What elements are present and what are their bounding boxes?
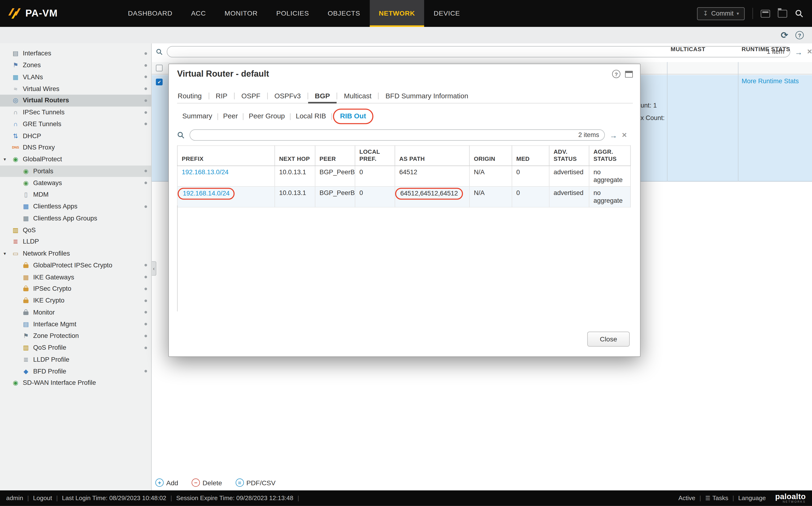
sidebar-item-label: Portals <box>33 168 53 175</box>
modal-subtab-peer[interactable]: Peer <box>218 110 243 123</box>
sidebar-item-vlans[interactable]: ▦VLANs <box>0 71 151 83</box>
config-save-icon[interactable] <box>761 10 770 17</box>
modal-tab-rip[interactable]: RIP <box>209 88 234 103</box>
config-load-icon[interactable] <box>778 10 787 17</box>
sidebar-item-monitor[interactable]: Monitor <box>0 307 151 318</box>
col-header-local-pref[interactable]: LOCAL PREF. <box>355 146 395 166</box>
more-runtime-stats-link[interactable]: More Runtime Stats <box>742 78 799 85</box>
help-icon[interactable]: ? <box>796 31 804 39</box>
modal-tab-bfd-summary-information[interactable]: BFD Summary Information <box>379 88 475 103</box>
pdf-csv-button[interactable]: ≡PDF/CSV <box>235 479 276 487</box>
sidebar-collapse-handle[interactable]: ‹ <box>152 261 156 276</box>
help-icon[interactable]: ? <box>612 70 620 78</box>
sidebar-item-label: QoS <box>23 226 36 234</box>
close-button[interactable]: Close <box>587 332 630 347</box>
col-header-prefix[interactable]: PREFIX <box>177 146 275 166</box>
col-header-multicast[interactable]: MULTICAST <box>671 46 705 52</box>
col-header-med[interactable]: MED <box>512 146 549 166</box>
sidebar-item-lldp-profile[interactable]: ≣LLDP Profile <box>0 354 151 365</box>
sidebar-item-lldp[interactable]: ≣LLDP <box>0 236 151 248</box>
col-header-origin[interactable]: ORIGIN <box>470 146 512 166</box>
clear-filter-icon[interactable]: × <box>622 131 627 139</box>
sidebar-item-interfaces[interactable]: ▤Interfaces <box>0 48 151 60</box>
sidebar-item-virtual-wires[interactable]: ≈Virtual Wires <box>0 83 151 95</box>
delete-button[interactable]: −Delete <box>192 479 222 487</box>
clear-filter-icon[interactable]: × <box>807 48 812 56</box>
item-dot <box>144 323 147 325</box>
col-header-as-path[interactable]: AS PATH <box>395 146 470 166</box>
modal-tab-bgp[interactable]: BGP <box>308 88 337 103</box>
commit-button[interactable]: ↧ Commit ▾ <box>697 7 745 20</box>
nav-item-device[interactable]: DEVICE <box>424 0 469 27</box>
col-header-adv-status[interactable]: ADV. STATUS <box>549 146 589 166</box>
footer-tasks[interactable]: ☰Tasks <box>705 494 729 502</box>
sidebar-item-clientless-app-groups[interactable]: ▦Clientless App Groups <box>0 213 151 224</box>
sidebar-item-ipsec-crypto[interactable]: IPSec Crypto <box>0 283 151 295</box>
sidebar-item-portals[interactable]: ◉Portals <box>0 165 151 177</box>
sidebar-item-gateways[interactable]: ◉Gateways <box>0 177 151 189</box>
sidebar-item-ike-crypto[interactable]: IKE Crypto <box>0 295 151 307</box>
table-row[interactable]: 192.168.14.0/2410.0.13.1BGP_PeerB064512,… <box>177 186 630 207</box>
nav-item-policies[interactable]: POLICIES <box>267 0 319 27</box>
sdwan-interface-profile-icon: ◉ <box>11 380 19 386</box>
footer-logout[interactable]: Logout <box>33 494 52 502</box>
sidebar-item-dns-proxy[interactable]: DNSDNS Proxy <box>0 142 151 154</box>
row-checkbox[interactable] <box>156 79 163 85</box>
separator: | <box>56 494 58 502</box>
sidebar-item-gre-tunnels[interactable]: ∩GRE Tunnels <box>0 118 151 130</box>
expand-arrow-icon[interactable]: ▾ <box>4 157 6 162</box>
sidebar-item-dhcp[interactable]: ⇅DHCP <box>0 130 151 142</box>
cell-text: 64512,64512,64512 <box>400 190 458 197</box>
modal-subtab-summary[interactable]: Summary <box>177 110 217 123</box>
apply-filter-icon[interactable]: → <box>609 131 617 139</box>
sidebar-item-interface-mgmt[interactable]: ▤Interface Mgmt <box>0 318 151 330</box>
sidebar-item-sd-wan-interface-profile[interactable]: ◉SD-WAN Interface Profile <box>0 377 151 389</box>
modal-tab-ospfv3[interactable]: OSPFv3 <box>268 88 308 103</box>
select-all-checkbox[interactable] <box>156 65 163 71</box>
col-header-next-hop[interactable]: NEXT HOP <box>275 146 315 166</box>
sidebar-item-network-profiles[interactable]: ▾▭Network Profiles <box>0 248 151 259</box>
nav-item-network[interactable]: NETWORK <box>369 0 424 27</box>
nav-item-objects[interactable]: OBJECTS <box>319 0 369 27</box>
col-header-runtime-stats[interactable]: RUNTIME STATS <box>742 46 790 52</box>
expand-window-icon[interactable] <box>625 71 633 77</box>
modal-subtab-peer-group[interactable]: Peer Group <box>244 110 290 123</box>
cell-text: advertised <box>553 169 584 176</box>
sidebar-item-clientless-apps[interactable]: ▦Clientless Apps <box>0 201 151 213</box>
sidebar-item-label: GlobalProtect IPSec Crypto <box>33 262 112 269</box>
footer-language[interactable]: Language <box>738 494 766 502</box>
sidebar-item-label: Network Profiles <box>23 250 70 257</box>
sidebar-item-mdm[interactable]: ▯MDM <box>0 189 151 201</box>
sidebar-item-ike-gateways[interactable]: ▦IKE Gateways <box>0 271 151 283</box>
ipsec-tunnels-icon: ∩ <box>11 109 19 115</box>
nav-item-dashboard[interactable]: DASHBOARD <box>119 0 182 27</box>
col-header-aggr-status[interactable]: AGGR. STATUS <box>589 146 631 166</box>
table-row[interactable]: 192.168.13.0/2410.0.13.1BGP_PeerB064512N… <box>177 166 630 187</box>
modal-tab-routing[interactable]: Routing <box>177 88 208 103</box>
search-icon[interactable] <box>795 9 804 18</box>
refresh-icon[interactable]: ⟳ <box>781 31 788 39</box>
prefix-link[interactable]: 192.168.13.0/24 <box>182 169 228 176</box>
sidebar-item-globalprotect[interactable]: ▾◉GlobalProtect <box>0 154 151 165</box>
modal-subtab-local-rib[interactable]: Local RIB <box>290 110 331 123</box>
sidebar-item-virtual-routers[interactable]: ◎Virtual Routers <box>0 95 151 106</box>
sidebar-item-ipsec-tunnels[interactable]: ∩IPSec Tunnels <box>0 106 151 118</box>
prefix-link[interactable]: 192.168.14.0/24 <box>183 190 229 197</box>
expand-arrow-icon[interactable]: ▾ <box>4 251 6 256</box>
sidebar-item-zone-protection[interactable]: ⚑Zone Protection <box>0 330 151 342</box>
sidebar-item-globalprotect-ipsec-crypto[interactable]: GlobalProtect IPSec Crypto <box>0 259 151 271</box>
nav-item-acc[interactable]: ACC <box>182 0 215 27</box>
modal-tab-ospf[interactable]: OSPF <box>234 88 267 103</box>
modal-tab-multicast[interactable]: Multicast <box>337 88 378 103</box>
nav-item-monitor[interactable]: MONITOR <box>215 0 267 27</box>
sidebar-item-qos[interactable]: ▥QoS <box>0 224 151 236</box>
filter-input[interactable] <box>190 131 604 140</box>
obscured-text-fragment: unt: 1 <box>640 102 657 109</box>
col-header-peer[interactable]: PEER <box>315 146 355 166</box>
modal-subtab-rib-out[interactable]: RIB Out <box>339 110 367 123</box>
add-button[interactable]: +Add <box>155 479 178 487</box>
apply-filter-icon[interactable]: → <box>795 48 803 56</box>
sidebar-item-qos-profile[interactable]: ▥QoS Profile <box>0 342 151 354</box>
sidebar-item-bfd-profile[interactable]: ◆BFD Profile <box>0 365 151 377</box>
sidebar-item-zones[interactable]: ⚑Zones <box>0 60 151 71</box>
